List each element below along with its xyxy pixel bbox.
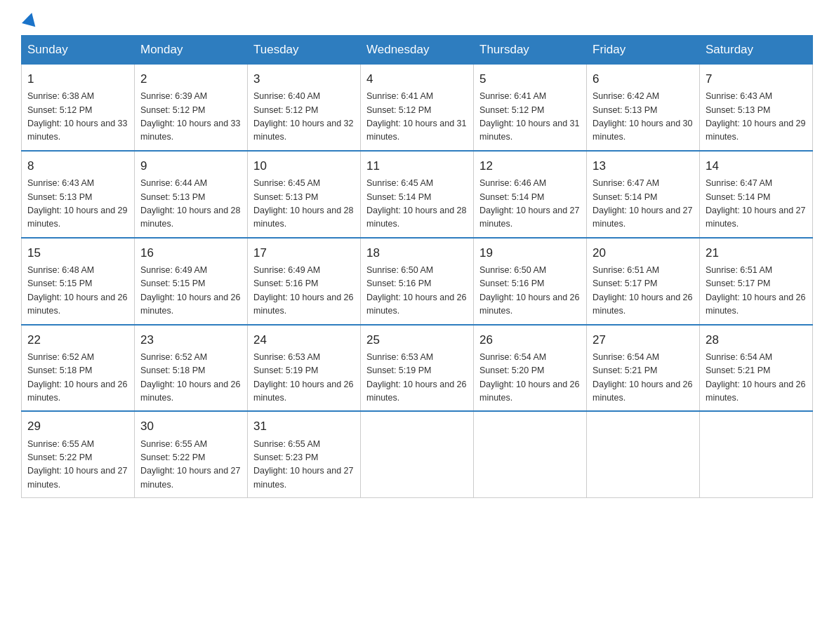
calendar-cell: 3 Sunrise: 6:40 AM Sunset: 5:12 PM Dayli… xyxy=(248,65,361,151)
day-daylight: Daylight: 10 hours and 32 minutes. xyxy=(253,119,353,142)
calendar-cell: 19 Sunrise: 6:50 AM Sunset: 5:16 PM Dayl… xyxy=(474,238,587,325)
day-daylight: Daylight: 10 hours and 29 minutes. xyxy=(27,206,127,229)
day-daylight: Daylight: 10 hours and 26 minutes. xyxy=(253,380,353,403)
day-sunrise: Sunrise: 6:47 AM xyxy=(593,178,659,188)
calendar-cell xyxy=(361,411,474,497)
calendar-cell: 26 Sunrise: 6:54 AM Sunset: 5:20 PM Dayl… xyxy=(474,325,587,412)
day-sunset: Sunset: 5:12 PM xyxy=(27,105,92,115)
day-sunrise: Sunrise: 6:39 AM xyxy=(140,91,207,101)
day-number: 31 xyxy=(253,417,355,436)
day-sunrise: Sunrise: 6:46 AM xyxy=(479,178,546,188)
day-daylight: Daylight: 10 hours and 31 minutes. xyxy=(479,119,579,142)
day-daylight: Daylight: 10 hours and 26 minutes. xyxy=(140,293,240,316)
day-sunrise: Sunrise: 6:54 AM xyxy=(706,352,772,362)
day-number: 12 xyxy=(479,157,581,175)
day-number: 20 xyxy=(593,244,694,262)
calendar-cell: 9 Sunrise: 6:44 AM Sunset: 5:13 PM Dayli… xyxy=(135,151,248,238)
day-sunrise: Sunrise: 6:49 AM xyxy=(140,265,207,275)
week-row-5: 29 Sunrise: 6:55 AM Sunset: 5:22 PM Dayl… xyxy=(22,411,813,497)
calendar-cell: 18 Sunrise: 6:50 AM Sunset: 5:16 PM Dayl… xyxy=(361,238,474,325)
day-sunset: Sunset: 5:23 PM xyxy=(253,452,318,462)
calendar-cell: 12 Sunrise: 6:46 AM Sunset: 5:14 PM Dayl… xyxy=(474,151,587,238)
day-number: 18 xyxy=(366,244,468,262)
calendar-cell xyxy=(587,411,700,497)
day-sunrise: Sunrise: 6:54 AM xyxy=(593,352,659,362)
day-daylight: Daylight: 10 hours and 26 minutes. xyxy=(479,293,579,316)
day-daylight: Daylight: 10 hours and 26 minutes. xyxy=(27,293,127,316)
day-sunrise: Sunrise: 6:52 AM xyxy=(27,352,94,362)
day-sunset: Sunset: 5:13 PM xyxy=(253,192,318,202)
day-sunrise: Sunrise: 6:55 AM xyxy=(27,439,94,449)
day-sunrise: Sunrise: 6:55 AM xyxy=(140,439,207,449)
calendar-cell: 25 Sunrise: 6:53 AM Sunset: 5:19 PM Dayl… xyxy=(361,325,474,412)
day-sunset: Sunset: 5:19 PM xyxy=(366,365,431,375)
day-sunrise: Sunrise: 6:53 AM xyxy=(253,352,320,362)
day-daylight: Daylight: 10 hours and 26 minutes. xyxy=(366,293,466,316)
day-sunrise: Sunrise: 6:43 AM xyxy=(27,178,94,188)
week-row-3: 15 Sunrise: 6:48 AM Sunset: 5:15 PM Dayl… xyxy=(22,238,813,325)
day-daylight: Daylight: 10 hours and 28 minutes. xyxy=(366,206,466,229)
day-sunset: Sunset: 5:12 PM xyxy=(140,105,205,115)
day-number: 29 xyxy=(27,417,128,436)
day-number: 6 xyxy=(593,70,694,88)
day-daylight: Daylight: 10 hours and 26 minutes. xyxy=(366,380,466,403)
calendar-cell: 29 Sunrise: 6:55 AM Sunset: 5:22 PM Dayl… xyxy=(22,411,135,497)
calendar-cell: 13 Sunrise: 6:47 AM Sunset: 5:14 PM Dayl… xyxy=(587,151,700,238)
day-sunrise: Sunrise: 6:51 AM xyxy=(706,265,772,275)
day-daylight: Daylight: 10 hours and 26 minutes. xyxy=(140,380,240,403)
day-number: 23 xyxy=(140,331,241,349)
day-sunrise: Sunrise: 6:45 AM xyxy=(253,178,320,188)
calendar-cell: 6 Sunrise: 6:42 AM Sunset: 5:13 PM Dayli… xyxy=(587,65,700,151)
day-number: 25 xyxy=(366,331,468,349)
day-sunset: Sunset: 5:16 PM xyxy=(253,279,318,288)
calendar-cell: 22 Sunrise: 6:52 AM Sunset: 5:18 PM Dayl… xyxy=(22,325,135,412)
day-daylight: Daylight: 10 hours and 27 minutes. xyxy=(140,466,240,489)
day-daylight: Daylight: 10 hours and 29 minutes. xyxy=(706,119,805,142)
day-sunrise: Sunrise: 6:38 AM xyxy=(27,91,94,101)
day-daylight: Daylight: 10 hours and 27 minutes. xyxy=(253,466,353,489)
day-sunset: Sunset: 5:12 PM xyxy=(366,105,431,115)
day-sunset: Sunset: 5:19 PM xyxy=(253,365,318,375)
day-sunset: Sunset: 5:15 PM xyxy=(140,279,205,288)
day-sunrise: Sunrise: 6:52 AM xyxy=(140,352,207,362)
day-sunset: Sunset: 5:18 PM xyxy=(140,365,205,375)
day-sunset: Sunset: 5:14 PM xyxy=(593,192,657,202)
week-row-2: 8 Sunrise: 6:43 AM Sunset: 5:13 PM Dayli… xyxy=(22,151,813,238)
calendar-cell xyxy=(700,411,813,497)
days-of-week-row: SundayMondayTuesdayWednesdayThursdayFrid… xyxy=(22,36,813,65)
logo-triangle-icon xyxy=(22,11,39,27)
day-daylight: Daylight: 10 hours and 28 minutes. xyxy=(140,206,240,229)
day-number: 16 xyxy=(140,244,241,262)
calendar-cell xyxy=(474,411,587,497)
day-number: 4 xyxy=(366,70,468,88)
calendar-cell: 14 Sunrise: 6:47 AM Sunset: 5:14 PM Dayl… xyxy=(700,151,813,238)
day-number: 1 xyxy=(27,70,128,88)
day-sunrise: Sunrise: 6:43 AM xyxy=(706,91,772,101)
day-sunset: Sunset: 5:21 PM xyxy=(706,365,770,375)
day-sunset: Sunset: 5:22 PM xyxy=(140,452,205,462)
day-sunset: Sunset: 5:17 PM xyxy=(706,279,770,288)
day-number: 27 xyxy=(593,331,694,349)
day-number: 2 xyxy=(140,70,241,88)
day-of-week-friday: Friday xyxy=(587,36,700,65)
day-daylight: Daylight: 10 hours and 31 minutes. xyxy=(366,119,466,142)
day-sunrise: Sunrise: 6:41 AM xyxy=(366,91,433,101)
day-sunrise: Sunrise: 6:40 AM xyxy=(253,91,320,101)
day-number: 24 xyxy=(253,331,355,349)
calendar-cell: 10 Sunrise: 6:45 AM Sunset: 5:13 PM Dayl… xyxy=(248,151,361,238)
day-daylight: Daylight: 10 hours and 26 minutes. xyxy=(593,380,692,403)
day-of-week-wednesday: Wednesday xyxy=(361,36,474,65)
day-daylight: Daylight: 10 hours and 27 minutes. xyxy=(27,466,127,489)
day-sunrise: Sunrise: 6:47 AM xyxy=(706,178,772,188)
day-daylight: Daylight: 10 hours and 27 minutes. xyxy=(593,206,692,229)
day-number: 22 xyxy=(27,331,128,349)
day-sunrise: Sunrise: 6:41 AM xyxy=(479,91,546,101)
day-sunrise: Sunrise: 6:55 AM xyxy=(253,439,320,449)
day-daylight: Daylight: 10 hours and 26 minutes. xyxy=(593,293,692,316)
week-row-1: 1 Sunrise: 6:38 AM Sunset: 5:12 PM Dayli… xyxy=(22,65,813,151)
day-daylight: Daylight: 10 hours and 26 minutes. xyxy=(706,380,805,403)
calendar-table: SundayMondayTuesdayWednesdayThursdayFrid… xyxy=(21,35,813,498)
day-of-week-monday: Monday xyxy=(135,36,248,65)
day-sunset: Sunset: 5:21 PM xyxy=(593,365,657,375)
day-of-week-saturday: Saturday xyxy=(700,36,813,65)
